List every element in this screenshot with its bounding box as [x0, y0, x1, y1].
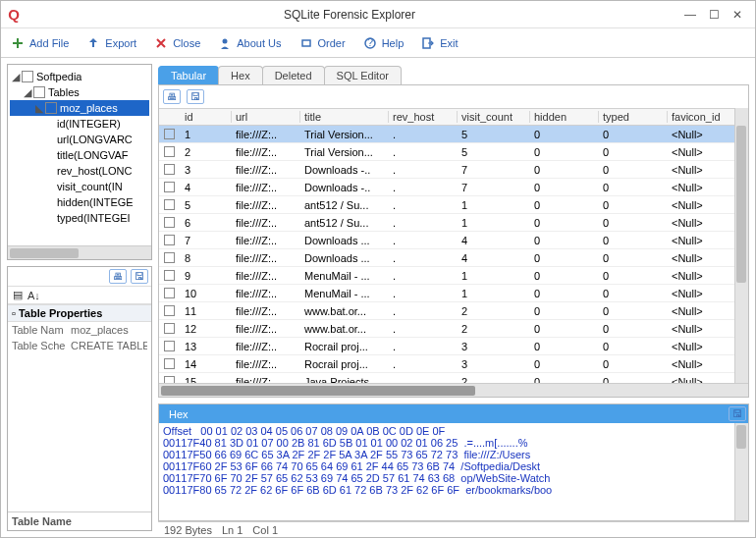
order-button[interactable]: Order [299, 36, 346, 50]
table-row[interactable]: 1file:///Z:..Trial Version....500<Null> [159, 126, 748, 143]
maximize-button[interactable]: ☐ [702, 5, 726, 25]
row-checkbox[interactable] [164, 288, 175, 298]
table-row[interactable]: 4file:///Z:..Downloads -...700<Null> [159, 179, 748, 196]
cell-title: Rocrail proj... [300, 358, 389, 370]
hex-export-icon[interactable]: 🖫 [729, 406, 746, 421]
grid-hscrollbar[interactable] [159, 383, 748, 397]
hex-vscrollbar[interactable] [734, 423, 748, 520]
tree-item[interactable]: visit_count(IN [10, 179, 149, 194]
col-rev-host[interactable]: rev_host [389, 111, 458, 123]
row-checkbox[interactable] [164, 146, 175, 157]
tree-checkbox[interactable] [33, 86, 45, 98]
row-checkbox[interactable] [164, 129, 175, 139]
cell-id: 12 [181, 323, 232, 335]
tree-hscrollbar[interactable] [8, 245, 151, 259]
tree-item[interactable]: ◣moz_places [10, 100, 149, 116]
tree-twisty-icon[interactable]: ◣ [33, 102, 45, 115]
svg-rect-3 [302, 40, 310, 46]
table-row[interactable]: 12file:///Z:..www.bat.or....200<Null> [159, 320, 748, 338]
row-checkbox[interactable] [164, 182, 175, 192]
tab-hex[interactable]: Hex [218, 66, 263, 84]
tree-item[interactable]: typed(INTEGEI [10, 210, 149, 226]
tree-item[interactable]: id(INTEGER) [10, 116, 149, 132]
hex-tab[interactable]: Hex [159, 405, 198, 423]
col-url[interactable]: url [232, 111, 300, 123]
cell-rev-host: . [389, 323, 458, 335]
col-id[interactable]: id [181, 111, 232, 123]
main-toolbar: Add File Export Close About Us Order ?He… [1, 28, 755, 58]
prop-sort-bar[interactable]: ▤ A↓ [8, 286, 151, 304]
export-icon[interactable]: 🖫 [131, 269, 148, 284]
tree-item[interactable]: ◢Tables [10, 84, 149, 100]
tree-checkbox[interactable] [45, 102, 57, 114]
row-checkbox[interactable] [164, 358, 175, 369]
row-checkbox[interactable] [164, 199, 175, 210]
prop-row[interactable]: Table Nammoz_places [8, 322, 151, 338]
row-checkbox[interactable] [164, 164, 175, 175]
tree-item[interactable]: title(LONGVAF [10, 147, 149, 163]
tree-twisty-icon[interactable]: ◢ [10, 71, 22, 83]
tab-deleted[interactable]: Deleted [262, 66, 325, 84]
col-title[interactable]: title [300, 111, 389, 123]
row-checkbox[interactable] [164, 252, 175, 263]
table-row[interactable]: 3file:///Z:..Downloads -...700<Null> [159, 161, 748, 179]
close-button[interactable]: Close [154, 36, 200, 50]
exit-label: Exit [440, 37, 458, 49]
about-button[interactable]: About Us [218, 36, 281, 50]
row-checkbox[interactable] [164, 235, 175, 245]
sort-az-icon[interactable]: A↓ [27, 290, 39, 301]
add-file-button[interactable]: Add File [11, 36, 69, 50]
cell-typed: 0 [599, 252, 668, 264]
table-row[interactable]: 8file:///Z:..Downloads ....400<Null> [159, 249, 748, 267]
col-hidden[interactable]: hidden [530, 111, 599, 123]
row-checkbox[interactable] [164, 376, 175, 383]
close-window-button[interactable]: ✕ [726, 5, 749, 25]
cell-typed: 0 [599, 305, 668, 317]
tab-tabular[interactable]: Tabular [158, 66, 219, 84]
col-visit-count[interactable]: visit_count [458, 111, 530, 123]
tree-twisty-icon[interactable]: ◢ [22, 86, 33, 99]
row-checkbox[interactable] [164, 217, 175, 228]
row-checkbox[interactable] [164, 341, 175, 351]
tree-item[interactable]: rev_host(LONC [10, 163, 149, 179]
cell-rev-host: . [389, 288, 458, 299]
grid-header[interactable]: id url title rev_host visit_count hidden… [159, 108, 748, 126]
prop-group-header[interactable]: ▫Table Properties [8, 304, 151, 322]
exit-button[interactable]: Exit [421, 36, 458, 50]
table-row[interactable]: 11file:///Z:..www.bat.or....200<Null> [159, 302, 748, 320]
sort-cat-icon[interactable]: ▤ [12, 289, 24, 301]
cell-title: ant512 / Su... [300, 217, 389, 229]
add-file-label: Add File [29, 37, 69, 49]
table-row[interactable]: 7file:///Z:..Downloads ....400<Null> [159, 232, 748, 249]
data-grid[interactable]: id url title rev_host visit_count hidden… [159, 108, 748, 397]
table-row[interactable]: 13file:///Z:..Rocrail proj....300<Null> [159, 338, 748, 355]
minimize-button[interactable]: — [678, 5, 702, 25]
cell-typed: 0 [599, 199, 668, 211]
row-checkbox[interactable] [164, 323, 175, 334]
grid-print-icon[interactable]: 🖶 [163, 89, 181, 104]
table-row[interactable]: 9file:///Z:..MenuMail - ....100<Null> [159, 267, 748, 285]
tree-item[interactable]: hidden(INTEGE [10, 194, 149, 210]
table-row[interactable]: 6file:///Z:..ant512 / Su....100<Null> [159, 214, 748, 232]
prop-row[interactable]: Table ScheCREATE TABLE n [8, 338, 151, 353]
tab-sql-editor[interactable]: SQL Editor [324, 66, 402, 84]
tree-item[interactable]: url(LONGVARC [10, 132, 149, 147]
grid-vscrollbar[interactable] [734, 108, 748, 383]
table-row[interactable]: 10file:///Z:..MenuMail - ....100<Null> [159, 285, 748, 302]
print-icon[interactable]: 🖶 [109, 269, 127, 284]
col-typed[interactable]: typed [599, 111, 668, 123]
row-checkbox[interactable] [164, 305, 175, 316]
cell-title: Downloads ... [300, 235, 389, 246]
table-row[interactable]: 15file:///Z:..Java Projects.200<Null> [159, 373, 748, 383]
grid-export-icon[interactable]: 🖫 [187, 89, 204, 104]
table-row[interactable]: 5file:///Z:..ant512 / Su....100<Null> [159, 196, 748, 214]
table-row[interactable]: 14file:///Z:..Rocrail proj....300<Null> [159, 355, 748, 373]
tree-checkbox[interactable] [22, 71, 33, 82]
row-checkbox[interactable] [164, 270, 175, 281]
tree-item[interactable]: ◢Softpedia [10, 69, 149, 84]
export-button[interactable]: Export [86, 36, 136, 50]
help-button[interactable]: ?Help [363, 36, 405, 50]
table-row[interactable]: 2file:///Z:..Trial Version....500<Null> [159, 143, 748, 161]
hex-view[interactable]: Offset 00 01 02 03 04 05 06 07 08 09 0A … [159, 423, 748, 520]
db-tree[interactable]: ◢Softpedia◢Tables◣moz_placesid(INTEGER)u… [8, 65, 151, 245]
